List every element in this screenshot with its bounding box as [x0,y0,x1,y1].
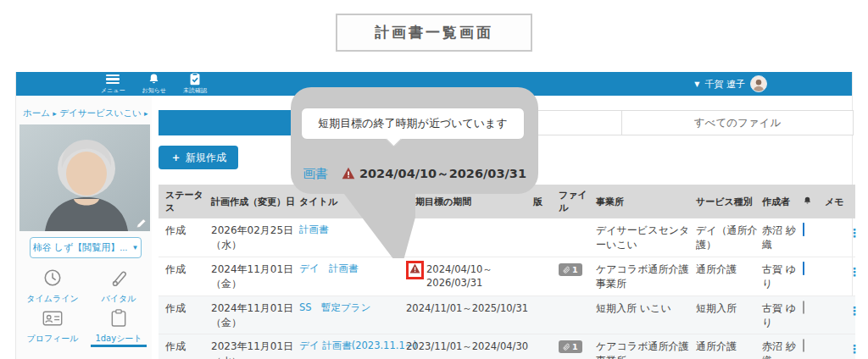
paperclip-icon [563,266,570,273]
cell-date: 2026年02月25日（水） [211,224,296,253]
cell-office: ケアコラボ通所介護事業所 [596,340,693,359]
table-row: 作成 2026年02月25日（水） 計画書 デイサービスセンターいこい デイ（通… [159,218,855,257]
file-attachment-badge[interactable]: 1 [559,263,582,276]
magnifier-popup: 短期目標の終了時期が近づいています 画書 2024/04/10～2026/03/… [291,87,538,194]
user-name: 千賀 遼子 [705,78,746,91]
id-card-icon [42,310,63,330]
cell-author: 古賀 ゆり [762,262,799,291]
notify-checkbox[interactable] [803,301,804,314]
file-count: 1 [572,265,578,274]
notify-checkbox[interactable] [803,223,804,236]
file-attachment-badge[interactable]: 1 [559,340,582,353]
notifications-button[interactable]: お知らせ [142,73,167,96]
cell-service: 通所介護 [696,262,759,277]
page-title-text: 計画書一覧画面 [375,24,493,41]
col-header-file: ファイル [559,189,593,214]
caret-down-icon: ▼ [694,80,699,88]
col-header-bell [803,196,821,208]
file-count: 1 [572,342,578,351]
resident-selector[interactable]: 柿谷 しず【閲覧用】... ▼ [30,237,142,258]
cell-status: 作成 [165,301,208,316]
plan-link[interactable]: デイ 計画書(2023.11.1~) [299,340,417,351]
col-header-author: 作成者 [762,196,799,208]
cell-status: 作成 [165,262,208,277]
notify-checkbox[interactable] [803,262,804,275]
warning-tooltip-text: 短期目標の終了時期が近づいています [318,116,507,131]
sidebar-item-label: プロフィール [26,333,78,345]
resident-photo [19,124,150,231]
cell-author: 古賀 ゆり [762,301,799,330]
table-row: 作成 2024年11月01日（金） SS 暫定プラン 2024/11/01～20… [159,296,855,335]
clock-icon [43,268,62,290]
sidebar-item-1day-sheet[interactable]: 1dayシート [86,307,152,347]
popup-period-text: 2024/04/10～2026/03/31 [359,166,526,182]
warning-icon [409,263,420,277]
hamburger-icon [106,73,120,86]
cell-date: 2024年11月01日（金） [211,301,296,331]
plus-icon: ＋ [170,150,181,165]
plans-table: ステータス 計画作成（変更）日 タイトル 短期目標の期間 版 ファイル 事業所 … [159,185,855,359]
col-header-version: 版 [533,196,555,208]
cell-service: 短期入所 [696,301,759,316]
bell-icon [803,197,812,208]
new-plan-button-label: 新規作成 [186,151,226,165]
new-plan-button[interactable]: ＋ 新規作成 [159,146,238,169]
thermometer-icon [109,268,128,290]
cell-period-text: 2024/04/10～2026/03/31 [426,262,530,290]
menu-button[interactable]: メニュー [101,73,125,96]
sidebar-item-timeline[interactable]: タイムライン [19,266,86,307]
cell-status: 作成 [165,224,208,238]
plan-link[interactable]: デイ 計画書 [299,262,359,274]
col-header-date: 計画作成（変更）日 [211,196,296,208]
warning-icon [342,167,355,182]
breadcrumb-facility[interactable]: デイサービスいこい [59,108,141,118]
avatar [750,75,767,92]
active-tab-indicator [91,345,147,347]
popup-plan-link[interactable]: 画書 [303,166,328,182]
cell-period: 2023/11/01～2024/04/30 [406,340,530,353]
cell-author: 赤沼 紗織 [762,340,799,359]
tab-all-files[interactable]: すべてのファイル [622,110,854,135]
notifications-label: お知らせ [142,86,167,95]
paperclip-icon [563,343,570,351]
unread-check-label: 未読確認 [183,86,207,95]
row-menu-button[interactable]: ⋮ [849,301,860,317]
cell-date: 2023年11月01日（水） [211,340,296,359]
cell-status: 作成 [165,340,208,354]
cell-service: 通所介護 [696,340,759,354]
cell-date: 2024年11月01日（金） [211,262,296,292]
sidebar: ホーム ▸ デイサービスいこい ▸ [16,96,152,359]
row-menu-button[interactable]: ⋮ [849,224,860,239]
user-menu[interactable]: ▼ 千賀 遼子 [694,75,767,92]
table-row: 作成 2024年11月01日（金） デイ 計画書 2024/04/10～2026… [159,257,855,296]
sidebar-item-profile[interactable]: プロフィール [19,307,86,347]
plan-link[interactable]: SS 暫定プラン [299,301,370,313]
sidebar-nav: タイムライン バイタル プロフィール [19,266,152,347]
caret-down-icon: ▼ [131,244,138,251]
breadcrumb-separator-icon: ▸ [53,109,57,118]
row-menu-button[interactable]: ⋮ [849,340,860,355]
col-header-status: ステータス [165,189,208,214]
unread-check-button[interactable]: 未読確認 [183,73,207,96]
sidebar-item-vital[interactable]: バイタル [86,266,152,307]
breadcrumb[interactable]: ホーム ▸ デイサービスいこい ▸ [19,101,152,124]
col-header-period: 短期目標の期間 [406,196,530,208]
breadcrumb-home[interactable]: ホーム [23,108,50,118]
sidebar-item-label: バイタル [102,293,136,305]
popup-row: 画書 2024/04/10～2026/03/31 [303,166,526,182]
cell-office: 短期入所 いこい [596,301,693,316]
clipboard-check-icon [189,73,201,86]
col-header-office: 事業所 [596,196,693,208]
cell-period: 2024/11/01～2025/10/31 [406,301,530,315]
cell-office: ケアコラボ通所介護事業所 [596,262,693,291]
sidebar-item-label: タイムライン [26,293,78,305]
menu-label: メニュー [101,86,125,95]
row-menu-button[interactable]: ⋮ [849,262,860,278]
cell-office: デイサービスセンターいこい [596,224,693,252]
notify-checkbox[interactable] [803,339,804,352]
plan-link[interactable]: 計画書 [299,224,329,235]
tab-label: すべてのファイル [694,116,781,129]
clipboard-icon [111,309,126,330]
edit-photo-icon[interactable] [136,218,147,229]
col-header-service: サービス種別 [696,196,759,208]
